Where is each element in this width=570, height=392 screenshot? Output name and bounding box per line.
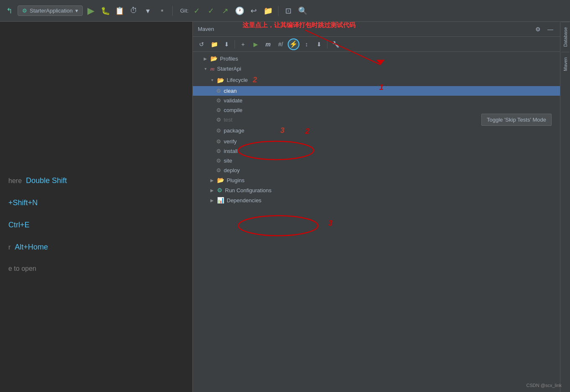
plugins-item[interactable]: ▶ 📂 Plugins <box>193 175 560 185</box>
hint-alt-home: r Alt+Home <box>8 243 192 252</box>
compile-label: compile <box>224 107 243 113</box>
window-icon[interactable]: ⊡ <box>283 5 294 17</box>
search-toolbar-icon[interactable]: 🔍 <box>297 5 309 17</box>
validate-gear-icon: ⚙ <box>216 97 221 104</box>
git-rollback-icon[interactable]: ↩ <box>248 5 260 17</box>
toolbar-sep-2 <box>327 40 327 48</box>
starter-api-expand-icon: ▾ <box>203 66 208 71</box>
toolbar-sep-1 <box>235 40 235 48</box>
left-panel: here Double Shift +Shift+N Ctrl+E r Alt+… <box>0 22 192 392</box>
compile-gear-icon: ⚙ <box>216 107 221 113</box>
dependencies-expand-icon: ▶ <box>210 198 215 203</box>
plugins-folder-icon: 📂 <box>217 177 224 183</box>
expand-btn[interactable]: ↕ <box>301 39 312 50</box>
lifecycle-label: Lifecycle <box>227 77 248 83</box>
profiles-label: Profiles <box>220 56 238 62</box>
settings-btn[interactable]: 🔧 <box>330 39 341 50</box>
clean-label: clean <box>224 88 237 94</box>
footer-credit: CSDN @scx_link <box>526 383 562 388</box>
starter-api-item[interactable]: ▾ 𝑚 StarterApi <box>193 64 560 74</box>
hint-double-shift: here Double Shift <box>8 176 192 185</box>
dependencies-label: Dependencies <box>227 197 261 204</box>
test-label: test <box>224 117 233 123</box>
dropdown-arrow[interactable]: ▾ <box>142 5 154 17</box>
git-history-icon[interactable]: 🕐 <box>234 5 245 17</box>
tooltip-text: Toggle 'Skip Tests' Mode <box>487 117 546 123</box>
minimize-icon[interactable]: — <box>546 25 555 33</box>
alt-home-shortcut: Alt+Home <box>15 243 48 252</box>
coverage-icon[interactable]: 📋 <box>114 5 125 17</box>
maven-title: Maven <box>198 26 530 32</box>
run-config-item[interactable]: ▶ ⚙ Run Configurations <box>193 185 560 195</box>
refresh-btn[interactable]: ↺ <box>196 39 207 50</box>
install-label: install <box>224 148 238 154</box>
sep1 <box>172 6 173 16</box>
verify-gear-icon: ⚙ <box>216 138 221 145</box>
profile-icon[interactable]: ⏱ <box>128 5 140 17</box>
validate-item[interactable]: ⚙ validate <box>193 96 560 105</box>
git-check2-icon[interactable]: ✓ <box>205 5 217 17</box>
package-item[interactable]: ⚙ package 3 <box>193 125 560 137</box>
site-item[interactable]: ⚙ site <box>193 156 560 165</box>
debug-icon[interactable]: 🐛 <box>100 5 111 17</box>
package-label: package <box>224 127 244 134</box>
deploy-item[interactable]: ⚙ deploy <box>193 165 560 175</box>
git-check1-icon[interactable]: ✓ <box>191 5 203 17</box>
package-gear-icon: ⚙ <box>216 127 221 134</box>
ctrl-e-shortcut: Ctrl+E <box>8 221 30 229</box>
toggle-offline-btn[interactable]: #/ <box>275 39 286 50</box>
lifecycle-item[interactable]: ▾ 📂 Lifecycle 2 <box>193 74 560 86</box>
main-layout: here Double Shift +Shift+N Ctrl+E r Alt+… <box>0 22 570 392</box>
plugins-expand-icon: ▶ <box>210 178 215 183</box>
double-shift-shortcut: Double Shift <box>26 176 67 185</box>
test-gear-icon: ⚙ <box>216 117 221 123</box>
profiles-expand-icon: ▶ <box>203 56 208 61</box>
dependencies-icon: 📊 <box>217 197 224 204</box>
profiles-folder-icon: 📂 <box>210 55 217 62</box>
deploy-gear-icon: ⚙ <box>216 167 221 173</box>
clean-item[interactable]: ⚙ clean <box>193 86 560 96</box>
run-maven-btn[interactable]: ▶ <box>250 39 261 50</box>
sep2 <box>278 6 279 16</box>
app-name: StarterApplication <box>30 8 73 14</box>
file-icon[interactable]: 📁 <box>262 5 274 17</box>
hint-prefix-5: e to open <box>8 265 36 272</box>
maven-tab[interactable]: Maven <box>561 52 570 76</box>
add-btn[interactable]: + <box>238 39 248 50</box>
site-label: site <box>224 158 232 164</box>
download-btn[interactable]: ⬇ <box>221 39 232 50</box>
maven-tab-label: Maven <box>563 57 568 71</box>
back-icon[interactable]: ↰ <box>3 5 15 17</box>
app-selector[interactable]: ⚙ StarterApplication ▾ <box>18 5 83 16</box>
site-gear-icon: ⚙ <box>216 158 221 164</box>
skip-tests-tooltip: Toggle 'Skip Tests' Mode <box>481 114 552 126</box>
install-gear-icon: ⚙ <box>216 148 221 154</box>
maven-panel: Maven ⚙ — ↺ 📁 ⬇ + ▶ m #/ ⚡ ↕ ⬇ 🔧 Toggle … <box>192 22 560 392</box>
run-button[interactable]: ▶ <box>85 5 97 17</box>
shift-n-shortcut: +Shift+N <box>8 199 38 207</box>
hint-ctrl-e: Ctrl+E <box>8 221 192 229</box>
dependencies-item[interactable]: ▶ 📊 Dependencies <box>193 195 560 205</box>
settings-header-icon[interactable]: ⚙ <box>534 25 542 33</box>
open-folder-btn[interactable]: 📁 <box>209 39 220 50</box>
hint-shift-n: +Shift+N <box>8 199 192 207</box>
collapse-btn[interactable]: ⬇ <box>314 39 325 50</box>
maven-tree: ▶ 📂 Profiles ▾ 𝑚 StarterApi ▾ 📂 Lifecycl… <box>193 52 560 392</box>
starter-api-label: StarterApi <box>217 66 241 72</box>
run-config-label: Run Configurations <box>225 187 271 193</box>
profiles-item[interactable]: ▶ 📂 Profiles <box>193 53 560 64</box>
install-item[interactable]: ⚙ install <box>193 146 560 156</box>
right-sidebar: Database Maven <box>560 22 570 392</box>
skip-tests-btn[interactable]: ⚡ <box>288 38 299 50</box>
hint-prefix-1: here <box>8 177 22 185</box>
stop-icon[interactable]: ▪ <box>156 5 168 17</box>
verify-item[interactable]: ⚙ verify <box>193 137 560 146</box>
database-tab[interactable]: Database <box>561 22 570 52</box>
maven-m-btn[interactable]: m <box>263 39 273 50</box>
run-config-expand-icon: ▶ <box>210 188 215 193</box>
git-push-icon[interactable]: ↗ <box>220 5 231 17</box>
maven-toolbar: ↺ 📁 ⬇ + ▶ m #/ ⚡ ↕ ⬇ 🔧 <box>193 37 560 52</box>
verify-label: verify <box>224 138 237 145</box>
app-icon: ⚙ <box>22 8 27 14</box>
hint-open: e to open <box>8 265 192 272</box>
